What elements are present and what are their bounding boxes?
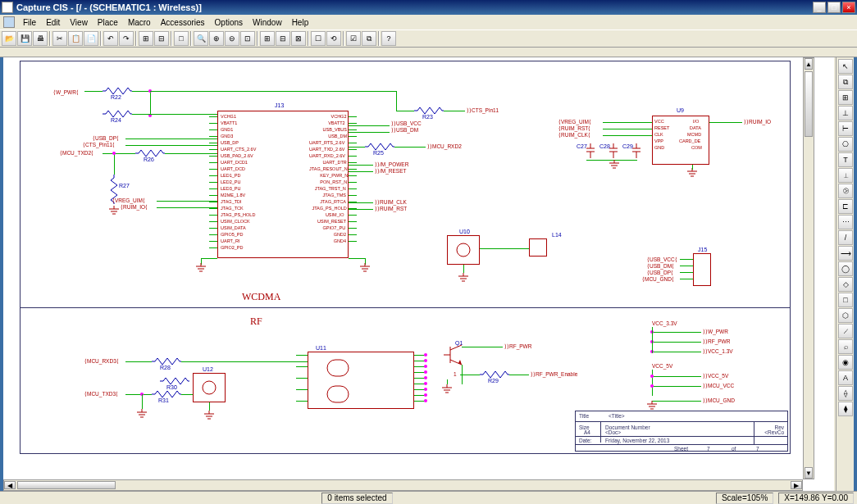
toolbar-button-18[interactable]: ⊖ <box>225 31 239 46</box>
res-R23[interactable] <box>414 107 444 114</box>
palette-button-17[interactable]: ⟋ <box>838 324 853 338</box>
toolbar-button-14[interactable]: □ <box>174 31 189 46</box>
pin-stub <box>349 162 357 163</box>
schematic-canvas[interactable]: WCDMA RF J13 VCHG1VBATT1GND1GND3USB_DPUA… <box>3 57 807 475</box>
toolbar-button-11[interactable]: ⊞ <box>139 31 153 46</box>
status-scale: Scale=105% <box>716 493 773 504</box>
ref-J13: J13 <box>275 102 284 108</box>
res-R26[interactable] <box>135 150 165 157</box>
palette-button-6[interactable]: T <box>838 152 853 167</box>
palette-button-5[interactable]: ⎔ <box>838 137 853 152</box>
minimize-button[interactable]: _ <box>813 2 826 13</box>
part-L14[interactable] <box>529 238 547 257</box>
wire <box>652 386 701 387</box>
palette-button-19[interactable]: ◉ <box>838 355 853 370</box>
j13-pin-right-8: JTAG_RESOUT_N <box>309 166 348 171</box>
menu-file[interactable]: File <box>18 16 41 29</box>
toolbar-button-28[interactable]: ☑ <box>346 31 361 46</box>
menu-place[interactable]: Place <box>93 16 123 29</box>
scroll-up-button[interactable]: ▲ <box>805 58 813 70</box>
palette-button-13[interactable]: ◯ <box>838 261 853 276</box>
palette-button-14[interactable]: ◇ <box>838 277 853 292</box>
menu-edit[interactable]: Edit <box>41 16 65 29</box>
toolbar-button-25[interactable]: ☐ <box>311 31 326 46</box>
scroll-thumb-v[interactable] <box>805 71 813 137</box>
palette-button-1[interactable]: ⧉ <box>838 75 853 89</box>
toolbar-button-17[interactable]: ⊕ <box>209 31 224 46</box>
palette-button-20[interactable]: A <box>838 370 853 385</box>
palette-button-8[interactable]: ⧁ <box>838 184 853 198</box>
res-R29[interactable] <box>480 371 509 378</box>
palette-button-22[interactable]: ⧫ <box>838 402 853 416</box>
toolbar-button-31[interactable]: ? <box>381 31 396 46</box>
toolbar-button-1[interactable]: 💾 <box>17 31 32 46</box>
scrollbar-horizontal[interactable]: ◀ ▶ <box>3 479 803 491</box>
menu-macro[interactable]: Macro <box>123 16 156 29</box>
toolbar-button-19[interactable]: ⊡ <box>240 31 255 46</box>
palette-button-16[interactable]: ⬡ <box>838 308 853 323</box>
palette-button-0[interactable]: ↖ <box>838 59 853 74</box>
j13-pin-left-19: UART_RI <box>221 238 239 243</box>
palette-button-3[interactable]: ⊥ <box>838 106 853 120</box>
ref-R23: R23 <box>422 114 433 120</box>
toolbar-button-8[interactable]: ↶ <box>103 31 118 46</box>
palette-button-10[interactable]: ⋯ <box>838 215 853 229</box>
wire <box>652 401 701 402</box>
palette-button-21[interactable]: ⟠ <box>838 386 853 401</box>
toolbar-button-6[interactable]: 📄 <box>84 31 98 46</box>
net-rf-pwr-enable: RF_PWR_Enable <box>531 371 577 378</box>
cap-C27[interactable] <box>586 143 595 158</box>
scroll-right-button[interactable]: ▶ <box>791 481 802 489</box>
toolbar-button-21[interactable]: ⊞ <box>260 31 275 46</box>
scroll-thumb-h[interactable] <box>17 481 116 489</box>
menu-help[interactable]: Help <box>287 16 314 29</box>
toolbar-button-9[interactable]: ↷ <box>119 31 134 46</box>
palette-button-9[interactable]: ⊏ <box>838 199 853 214</box>
palette-button-2[interactable]: ⊞ <box>838 90 853 105</box>
pin-u9-vcc: VCC <box>654 119 664 124</box>
palette-button-12[interactable]: ⟶ <box>838 246 853 261</box>
wire <box>680 272 693 273</box>
toolbar-button-4[interactable]: ✂ <box>52 31 67 46</box>
res-R22[interactable] <box>103 88 132 94</box>
menu-view[interactable]: View <box>65 16 93 29</box>
toolbar-button-26[interactable]: ⟲ <box>326 31 341 46</box>
part-J15[interactable] <box>693 253 711 286</box>
palette-button-4[interactable]: ⊢ <box>838 121 853 136</box>
scroll-down-button[interactable]: ▼ <box>805 467 813 479</box>
close-button[interactable]: × <box>842 2 855 13</box>
tb-sheet: 7 <box>707 446 710 452</box>
maximize-button[interactable]: □ <box>827 2 841 13</box>
j13-pin-right-18: GND2 <box>334 232 346 237</box>
toolbar-button-12[interactable]: ⊟ <box>154 31 169 46</box>
palette-button-15[interactable]: □ <box>838 293 853 307</box>
wire <box>349 171 373 172</box>
cap-C29[interactable] <box>632 143 640 158</box>
part-U11[interactable] <box>308 352 414 409</box>
toolbar-button-2[interactable]: 🖶 <box>33 31 48 46</box>
palette-button-11[interactable]: / <box>838 230 853 245</box>
res-R31[interactable] <box>152 391 181 397</box>
scrollbar-vertical[interactable]: ▲ ▼ <box>803 57 814 479</box>
net-vcc13: VCC_1.3V <box>703 348 733 355</box>
res-R24[interactable] <box>103 111 132 117</box>
cap-C28[interactable] <box>609 143 618 158</box>
menu-accessories[interactable]: Accessories <box>156 16 210 29</box>
res-R25[interactable] <box>365 143 394 150</box>
toolbar-button-5[interactable]: 📋 <box>68 31 83 46</box>
res-R30[interactable] <box>160 378 189 384</box>
res-R28[interactable] <box>152 358 181 365</box>
wire <box>349 202 373 203</box>
toolbar-button-16[interactable]: 🔍 <box>194 31 208 46</box>
app-icon <box>2 2 13 13</box>
scroll-left-button[interactable]: ◀ <box>4 481 16 489</box>
ref-J15: J15 <box>698 247 707 252</box>
toolbar-button-22[interactable]: ⊟ <box>276 31 290 46</box>
toolbar-button-29[interactable]: ⧉ <box>362 31 376 46</box>
menu-options[interactable]: Options <box>210 16 248 29</box>
toolbar-button-0[interactable]: 📂 <box>2 31 16 46</box>
toolbar-button-23[interactable]: ⊠ <box>291 31 306 46</box>
palette-button-7[interactable]: ⟂ <box>838 168 853 183</box>
palette-button-18[interactable]: ⌕ <box>838 339 853 354</box>
menu-window[interactable]: Window <box>248 16 287 29</box>
